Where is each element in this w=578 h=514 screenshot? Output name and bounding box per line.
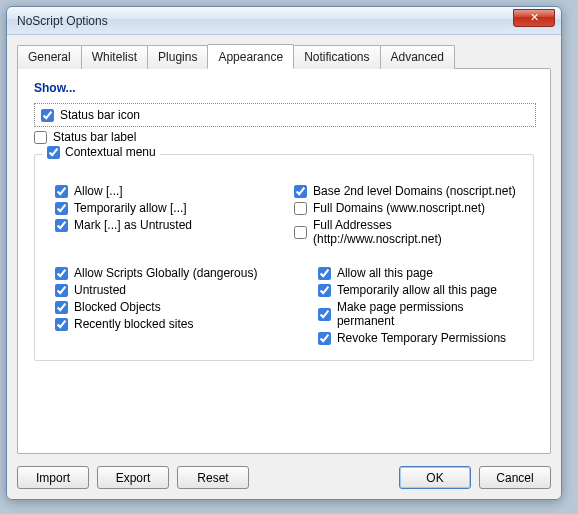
label-allow: Allow [...]	[74, 184, 123, 198]
contextual-legend: Contextual menu	[43, 145, 160, 159]
label-allow-this-page: Allow all this page	[337, 266, 433, 280]
checkbox-contextual-menu[interactable]	[47, 146, 60, 159]
tab-notifications[interactable]: Notifications	[293, 45, 380, 69]
label-contextual-menu: Contextual menu	[65, 145, 156, 159]
tab-whitelist[interactable]: Whitelist	[81, 45, 148, 69]
checkbox-mark-untrusted[interactable]	[55, 219, 68, 232]
row-status-bar-icon: Status bar icon	[34, 103, 536, 127]
tab-panel-appearance: Show... Status bar icon Status bar label…	[17, 68, 551, 454]
label-allow-global: Allow Scripts Globally (dangerous)	[74, 266, 257, 280]
checkbox-blocked-objects[interactable]	[55, 301, 68, 314]
checkbox-full-domains[interactable]	[294, 202, 307, 215]
show-heading: Show...	[34, 81, 536, 95]
label-temp-allow-page: Temporarily allow all this page	[337, 283, 497, 297]
checkbox-base-2nd-domains[interactable]	[294, 185, 307, 198]
titlebar: NoScript Options ✕	[7, 7, 561, 35]
label-revoke-temp: Revoke Temporary Permissions	[337, 331, 506, 345]
button-bar: Import Export Reset OK Cancel	[17, 466, 551, 489]
ok-button[interactable]: OK	[399, 466, 471, 489]
row-status-bar-label: Status bar label	[34, 130, 536, 144]
checkbox-allow-this-page[interactable]	[318, 267, 331, 280]
tab-advanced[interactable]: Advanced	[380, 45, 455, 69]
label-make-permanent: Make page permissions permanent	[337, 300, 523, 328]
label-temp-allow: Temporarily allow [...]	[74, 201, 187, 215]
reset-button[interactable]: Reset	[177, 466, 249, 489]
checkbox-temp-allow-page[interactable]	[318, 284, 331, 297]
checkbox-allow[interactable]	[55, 185, 68, 198]
label-blocked-objects: Blocked Objects	[74, 300, 161, 314]
cancel-button[interactable]: Cancel	[479, 466, 551, 489]
export-button[interactable]: Export	[97, 466, 169, 489]
client-area: General Whitelist Plugins Appearance Not…	[7, 35, 561, 499]
spacer	[257, 466, 391, 489]
checkbox-recently-blocked[interactable]	[55, 318, 68, 331]
checkbox-status-bar-label[interactable]	[34, 131, 47, 144]
checkbox-temp-allow[interactable]	[55, 202, 68, 215]
tab-plugins[interactable]: Plugins	[147, 45, 208, 69]
label-status-bar-icon: Status bar icon	[60, 108, 140, 122]
close-button[interactable]: ✕	[513, 9, 555, 27]
contextual-menu-group: Contextual menu Allow [...] Temporarily …	[34, 154, 534, 361]
checkbox-revoke-temp[interactable]	[318, 332, 331, 345]
label-recently-blocked: Recently blocked sites	[74, 317, 193, 331]
checkbox-full-addresses[interactable]	[294, 226, 307, 239]
label-base-2nd-domains: Base 2nd level Domains (noscript.net)	[313, 184, 516, 198]
label-status-bar-label: Status bar label	[53, 130, 136, 144]
label-mark-untrusted: Mark [...] as Untrusted	[74, 218, 192, 232]
checkbox-make-permanent[interactable]	[318, 308, 331, 321]
checkbox-allow-global[interactable]	[55, 267, 68, 280]
tab-appearance[interactable]: Appearance	[207, 44, 294, 69]
tab-general[interactable]: General	[17, 45, 82, 69]
import-button[interactable]: Import	[17, 466, 89, 489]
window-title: NoScript Options	[17, 14, 108, 28]
label-untrusted: Untrusted	[74, 283, 126, 297]
checkbox-untrusted[interactable]	[55, 284, 68, 297]
checkbox-status-bar-icon[interactable]	[41, 109, 54, 122]
dialog-window: NoScript Options ✕ General Whitelist Plu…	[6, 6, 562, 500]
tab-strip: General Whitelist Plugins Appearance Not…	[17, 45, 551, 69]
label-full-addresses: Full Addresses (http://www.noscript.net)	[313, 218, 523, 246]
label-full-domains: Full Domains (www.noscript.net)	[313, 201, 485, 215]
close-icon: ✕	[530, 12, 539, 23]
